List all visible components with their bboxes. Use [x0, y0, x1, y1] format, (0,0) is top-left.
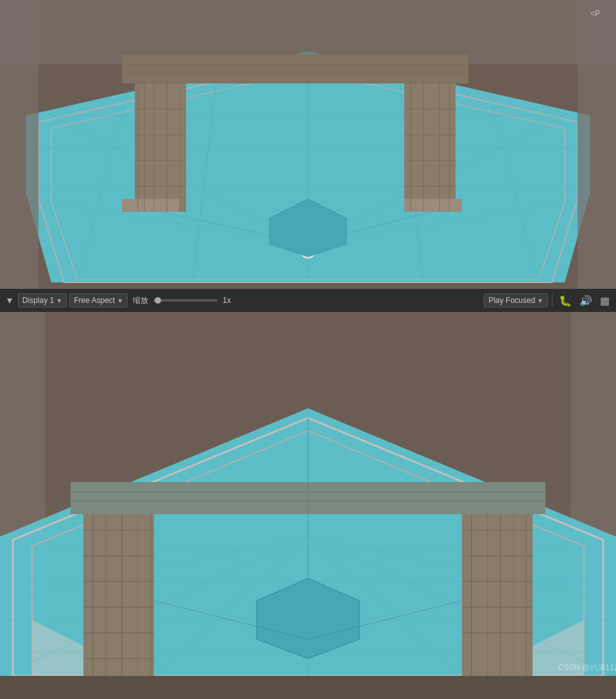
svg-text:CSDN @约束112: CSDN @约束112	[558, 663, 616, 672]
play-focused-dropdown[interactable]: Play Focused ▼	[484, 293, 548, 307]
toolbar: ▼ Display 1 ▼ Free Aspect ▼ 缩放 1x Play F…	[0, 289, 616, 312]
aspect-label: Free Aspect	[74, 296, 115, 305]
svg-rect-23	[122, 199, 180, 212]
bug-icon-btn[interactable]: 🐛	[556, 293, 574, 308]
grid-icon: ▦	[600, 295, 610, 307]
scale-slider-container: 1x	[153, 296, 234, 305]
display-label: Display 1	[22, 296, 54, 305]
play-focused-label: Play Focused	[488, 296, 535, 305]
svg-text:<P: <P	[590, 9, 600, 18]
grid-icon-btn[interactable]: ▦	[597, 293, 612, 308]
scale-slider[interactable]	[153, 299, 218, 302]
toolbar-arrow-icon: ▼	[5, 295, 14, 306]
bottom-viewport: CSDN @约束112	[0, 312, 616, 676]
audio-icon-btn[interactable]: 🔊	[577, 293, 595, 308]
svg-rect-36	[404, 199, 462, 212]
scale-slider-thumb	[155, 297, 161, 304]
toolbar-separator-1	[552, 294, 552, 307]
audio-icon: 🔊	[579, 295, 592, 307]
bug-icon: 🐛	[559, 295, 572, 307]
top-viewport: <P	[0, 0, 616, 289]
display-dropdown[interactable]: Display 1 ▼	[18, 293, 67, 307]
aspect-chevron: ▼	[117, 297, 123, 304]
top-scene-svg: <P	[0, 0, 616, 289]
display-chevron: ▼	[56, 297, 62, 304]
scale-value: 1x	[220, 296, 234, 305]
svg-rect-18	[0, 0, 38, 289]
toolbar-arrow-btn[interactable]: ▼	[4, 295, 15, 306]
aspect-dropdown[interactable]: Free Aspect ▼	[69, 293, 128, 307]
svg-rect-47	[122, 55, 468, 83]
play-focused-chevron: ▼	[537, 297, 543, 304]
bottom-scene-svg: CSDN @约束112	[0, 312, 616, 676]
scale-label: 缩放	[130, 295, 151, 306]
svg-rect-19	[578, 0, 616, 289]
